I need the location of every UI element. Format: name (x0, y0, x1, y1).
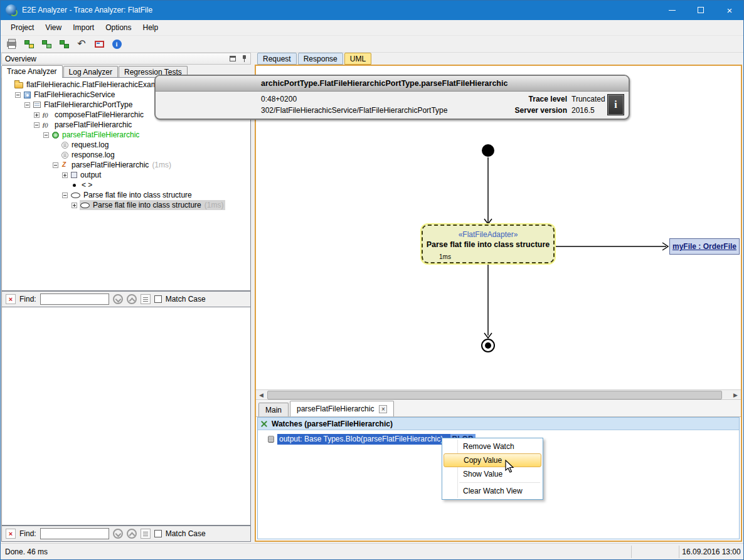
adapter-action-node[interactable]: «FlatFileAdapter» Parse flat file into c… (422, 225, 555, 263)
tab-uml[interactable]: UML (344, 53, 371, 65)
viewer-tabs: Request Response UML (257, 53, 371, 65)
watches-header: Watches (parseFlatFileHierarchic) (258, 418, 739, 430)
find-next-icon[interactable] (113, 294, 123, 304)
find-previous-icon[interactable] (127, 294, 137, 304)
uml-viewer: archicPortType.FlatFileHierarchicPortTyp… (255, 65, 742, 542)
app-icon (6, 4, 17, 16)
find-previous-icon[interactable] (127, 529, 137, 539)
status-separator (679, 546, 679, 558)
watch-expression: output: Base Types.Blob(parseFlatFileHie… (277, 434, 450, 445)
tab-trace-analyzer[interactable]: Trace Analyzer (1, 65, 63, 78)
trace-tree-icon[interactable] (23, 38, 35, 50)
tree-item[interactable]: request.log (2, 140, 250, 150)
undo-icon[interactable]: ↶ (75, 38, 88, 50)
tree-item-label: parseFlatFileHierarchic (55, 120, 132, 129)
float-panel-icon[interactable] (230, 56, 236, 61)
toolbar: ↶ i (0, 36, 744, 53)
close-find-icon[interactable]: × (6, 529, 16, 539)
match-case-checkbox[interactable] (154, 295, 162, 303)
porttype-icon (33, 102, 41, 108)
tree-item[interactable]: parseFlatFileHierarchic (2, 130, 250, 140)
tree-item-label: request.log (72, 140, 109, 149)
tree-item[interactable]: parseFlatFileHierarchic(1ms) (2, 160, 250, 170)
context-menu-clear-watch-view[interactable]: Clear Watch View (442, 484, 543, 498)
find-input[interactable] (40, 293, 109, 305)
activity-icon (61, 162, 68, 169)
find-options-icon[interactable] (141, 294, 151, 304)
match-case-checkbox[interactable] (154, 530, 162, 537)
tree-item-label: FlatFileHierarchicPortType (44, 100, 132, 109)
status-separator (631, 546, 632, 558)
diagram-doc-tabs: Main parseFlatFileHierarchic × (256, 401, 741, 417)
menu-help[interactable]: Help (137, 21, 164, 34)
expander-minus-icon[interactable] (62, 193, 68, 198)
log-icon (61, 152, 68, 159)
duration-badge: (1ms) (152, 161, 171, 169)
tab-main[interactable]: Main (258, 403, 289, 416)
close-button[interactable]: × (715, 0, 744, 20)
context-menu-show-value[interactable]: Show Value (442, 467, 543, 481)
object-node[interactable]: myFile : OrderFile (669, 238, 740, 255)
menu-project[interactable]: Project (5, 21, 40, 34)
tree-item[interactable]: Parse flat file into class structure(1ms… (2, 200, 250, 210)
scroll-right-icon[interactable]: ▶ (730, 391, 741, 399)
expander-minus-icon[interactable] (15, 92, 21, 98)
stereotype-label: «FlatFileAdapter» (423, 230, 553, 239)
log-tree-icon[interactable] (40, 38, 53, 50)
tree-item-label: parseFlatFileHierarchic (72, 161, 149, 169)
tab-log-analyzer[interactable]: Log Analyzer (63, 66, 118, 78)
menu-import[interactable]: Import (67, 21, 100, 34)
status-datetime: 16.09.2016 13:00 (681, 547, 741, 556)
tree-item[interactable]: Parse flat file into class structure (2, 190, 250, 200)
horizontal-scrollbar[interactable]: ◀ ▶ (256, 389, 741, 400)
watches-icon (260, 420, 268, 428)
context-menu-copy-value[interactable]: Copy Value (444, 453, 541, 467)
printer-icon[interactable] (5, 38, 18, 50)
find-input[interactable] (40, 528, 109, 539)
tree-item-label: composeFlatFileHierarchic (55, 110, 144, 119)
menu-view[interactable]: View (40, 21, 67, 34)
statusbar: Done. 46 ms 16.09.2016 13:00 (0, 543, 744, 560)
scrollbar-thumb[interactable] (267, 391, 722, 399)
info-icon[interactable]: i (110, 38, 123, 50)
action-icon (80, 203, 90, 208)
pin-panel-icon[interactable] (242, 55, 247, 62)
tree-item-label: Parse flat file into class structure (93, 201, 201, 209)
screen-icon[interactable] (93, 38, 105, 50)
tab-parseflatfilehierarchic[interactable]: parseFlatFileHierarchic × (290, 401, 394, 416)
tab-response[interactable]: Response (298, 53, 343, 65)
close-tab-icon[interactable]: × (379, 405, 387, 413)
mouse-cursor (504, 460, 515, 473)
expander-minus-icon[interactable] (34, 122, 40, 128)
overview-panel-header: Overview (1, 53, 251, 65)
close-find-icon[interactable]: × (6, 294, 16, 304)
tab-request[interactable]: Request (257, 53, 297, 65)
expander-minus-icon[interactable] (43, 132, 49, 138)
maximize-button[interactable] (686, 0, 715, 20)
folder-icon (14, 82, 23, 88)
maximize-icon (698, 7, 704, 13)
tree-item[interactable]: response.log (2, 150, 250, 160)
expander-minus-icon[interactable] (24, 102, 30, 108)
expander-plus-icon[interactable] (62, 172, 68, 178)
overview-title: Overview (5, 55, 36, 63)
action-icon (71, 193, 80, 198)
watch-context-menu: Remove WatchCopy ValueShow ValueClear Wa… (442, 438, 543, 500)
tree-item[interactable]: parseFlatFileHierarchic (2, 120, 250, 130)
menu-options[interactable]: Options (100, 21, 137, 34)
minimize-button[interactable] (657, 0, 686, 20)
context-menu-remove-watch[interactable]: Remove Watch (442, 440, 543, 453)
find-options-icon[interactable] (141, 529, 151, 539)
tree-item-label: FlatFileHierachicService (34, 90, 115, 99)
tree-item[interactable]: output (2, 170, 250, 180)
context-menu-separator (459, 482, 540, 483)
tree-item[interactable]: < > (2, 180, 250, 190)
expander-minus-icon[interactable] (53, 162, 58, 168)
expander-plus-icon[interactable] (34, 112, 40, 118)
scroll-left-icon[interactable]: ◀ (256, 391, 267, 399)
find-bar-bottom: × Find: Match Case (1, 526, 251, 542)
find-next-icon[interactable] (113, 529, 123, 539)
regression-tree-icon[interactable] (58, 38, 70, 50)
titlebar: E2E Analyzer - Trace Analyzer: FlatFile … (0, 0, 744, 20)
expander-plus-icon[interactable] (72, 203, 77, 208)
